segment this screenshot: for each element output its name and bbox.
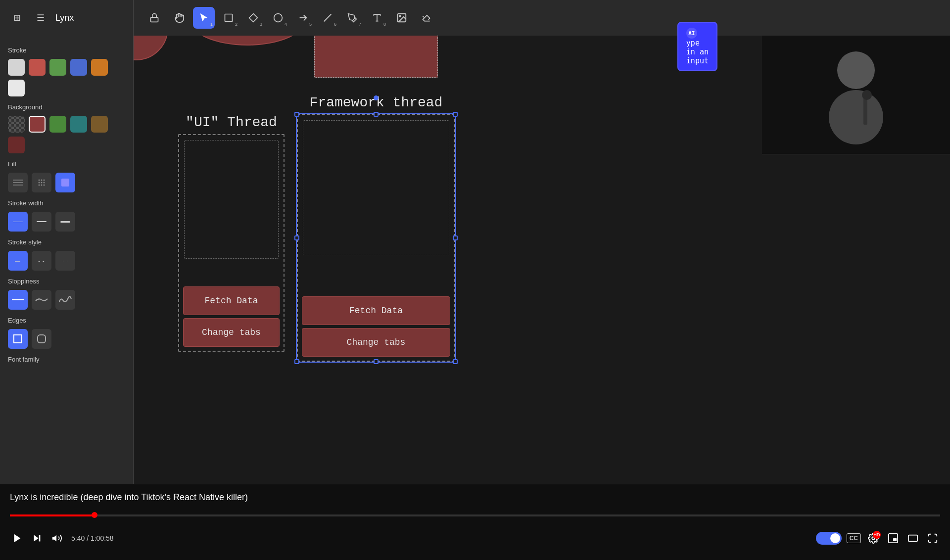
stroke-color-green[interactable]: [49, 59, 66, 76]
miniplayer-button[interactable]: [886, 531, 901, 546]
fw-thread-box[interactable]: Fetch Data Change tabs: [297, 114, 455, 362]
sloppiness-none-button[interactable]: [8, 290, 28, 310]
svg-point-15: [41, 185, 43, 186]
select-tool-button[interactable]: 1: [193, 7, 215, 29]
bg-color-teal[interactable]: [70, 116, 87, 133]
bg-color-dark-red[interactable]: [29, 116, 46, 133]
stroke-color-light[interactable]: [8, 80, 25, 96]
svg-point-10: [44, 180, 45, 181]
bg-color-transparent[interactable]: [8, 116, 25, 133]
lock-tool-button[interactable]: [143, 7, 165, 29]
stroke-color-row: [8, 59, 125, 96]
stroke-style-label: Stroke style: [8, 238, 125, 246]
diamond-tool-button[interactable]: 3: [242, 7, 264, 29]
bg-color-brown[interactable]: [91, 116, 108, 133]
cc-button[interactable]: CC: [847, 533, 861, 543]
svg-point-28: [837, 51, 875, 89]
ai-input-bubble[interactable]: AI ype in an input: [677, 22, 717, 71]
bg-color-dark[interactable]: [8, 137, 25, 153]
stroke-width-label: Stroke width: [8, 199, 125, 207]
ai-badge: AI: [686, 28, 697, 39]
stroke-solid-button[interactable]: —: [8, 251, 28, 271]
handle-tl[interactable]: [294, 112, 299, 117]
rect-tool-button[interactable]: 2: [218, 7, 239, 29]
drawing-toolbar: 1 2 3 4 5 6 7: [134, 0, 950, 36]
svg-point-8: [39, 180, 40, 181]
autoplay-toggle[interactable]: [816, 532, 842, 545]
sloppiness-label: Sloppiness: [8, 278, 125, 285]
hand-tool-button[interactable]: [168, 7, 190, 29]
svg-point-11: [39, 182, 40, 184]
fw-thread-container: Framework thread Fetch Data Change tabs: [297, 95, 455, 342]
ui-thread-box[interactable]: Fetch Data Change tabs: [178, 134, 285, 352]
next-button[interactable]: [30, 531, 45, 546]
svg-rect-22: [39, 535, 41, 542]
fill-hatch-button[interactable]: [8, 173, 28, 192]
text-tool-button[interactable]: 8: [366, 7, 388, 29]
stroke-thin-button[interactable]: [8, 212, 28, 232]
handle-tr[interactable]: [453, 112, 458, 117]
eraser-tool-button[interactable]: [416, 7, 437, 29]
toggle-knob: [830, 533, 840, 543]
svg-rect-1: [225, 14, 233, 22]
video-progress-bar[interactable]: [10, 514, 940, 516]
fw-change-tabs-button[interactable]: Change tabs: [302, 328, 450, 357]
handle-bl[interactable]: [294, 359, 299, 364]
sloppiness-medium-button[interactable]: [32, 290, 51, 310]
stroke-dashed-button[interactable]: - -: [32, 251, 51, 271]
settings-button[interactable]: HD: [866, 531, 881, 546]
arrow-tool-button[interactable]: 5: [292, 7, 314, 29]
svg-rect-17: [61, 179, 69, 187]
stroke-thick-button[interactable]: [55, 212, 75, 232]
svg-rect-18: [14, 335, 22, 343]
handle-ml[interactable]: [294, 235, 299, 240]
fill-dots-button[interactable]: [32, 173, 51, 192]
sloppiness-high-button[interactable]: [55, 290, 75, 310]
stroke-dotted-button[interactable]: · ·: [55, 251, 75, 271]
handle-bc[interactable]: [374, 359, 379, 364]
top-rect-shape[interactable]: [314, 36, 438, 78]
image-tool-button[interactable]: [391, 7, 413, 29]
volume-button[interactable]: [49, 531, 64, 546]
menu-button[interactable]: ☰: [32, 9, 49, 27]
stroke-color-red[interactable]: [29, 59, 46, 76]
pen-tool-button[interactable]: 7: [341, 7, 363, 29]
video-progress-thumb[interactable]: [92, 512, 97, 518]
edges-round-button[interactable]: [32, 329, 51, 349]
top-circle-shape[interactable]: [134, 36, 168, 60]
video-title-bar: Lynx is incredible (deep dive into Tikto…: [0, 484, 950, 511]
stroke-width-row: [8, 212, 125, 232]
circle-tool-button[interactable]: 4: [267, 7, 289, 29]
video-time-display: 5:40 / 1:00:58: [71, 534, 114, 542]
ai-input-text: ype in an input: [686, 39, 709, 65]
fullscreen-button[interactable]: [925, 531, 940, 546]
edges-sharp-button[interactable]: [8, 329, 28, 349]
background-section-label: Background: [8, 103, 125, 111]
video-controls-row: 5:40 / 1:00:58 CC HD: [0, 516, 950, 560]
stroke-section-label: Stroke: [8, 47, 125, 54]
stroke-color-orange[interactable]: [91, 59, 108, 76]
rotation-handle[interactable]: [374, 95, 379, 100]
handle-mr[interactable]: [453, 235, 458, 240]
handle-br[interactable]: [453, 359, 458, 364]
stroke-medium-button[interactable]: [32, 212, 51, 232]
svg-point-14: [39, 185, 40, 186]
handle-tc[interactable]: [374, 112, 379, 117]
top-oval-shape[interactable]: [188, 36, 307, 46]
fill-solid-button[interactable]: [55, 173, 75, 192]
bg-color-green[interactable]: [49, 116, 66, 133]
ui-fetch-button[interactable]: Fetch Data: [183, 286, 280, 315]
ui-thread-inner-box: [184, 140, 279, 259]
edges-row: [8, 329, 125, 349]
theater-button[interactable]: [905, 531, 920, 546]
fw-fetch-button[interactable]: Fetch Data: [302, 296, 450, 325]
edges-label: Edges: [8, 317, 125, 324]
layout-toggle-button[interactable]: ⊞: [8, 9, 26, 27]
play-button[interactable]: [10, 531, 25, 546]
ui-change-tabs-button[interactable]: Change tabs: [183, 318, 280, 347]
stroke-color-blue[interactable]: [70, 59, 87, 76]
stroke-color-white[interactable]: [8, 59, 25, 76]
line-tool-button[interactable]: 6: [317, 7, 338, 29]
svg-marker-21: [34, 535, 39, 542]
fill-section-label: Fill: [8, 160, 125, 168]
